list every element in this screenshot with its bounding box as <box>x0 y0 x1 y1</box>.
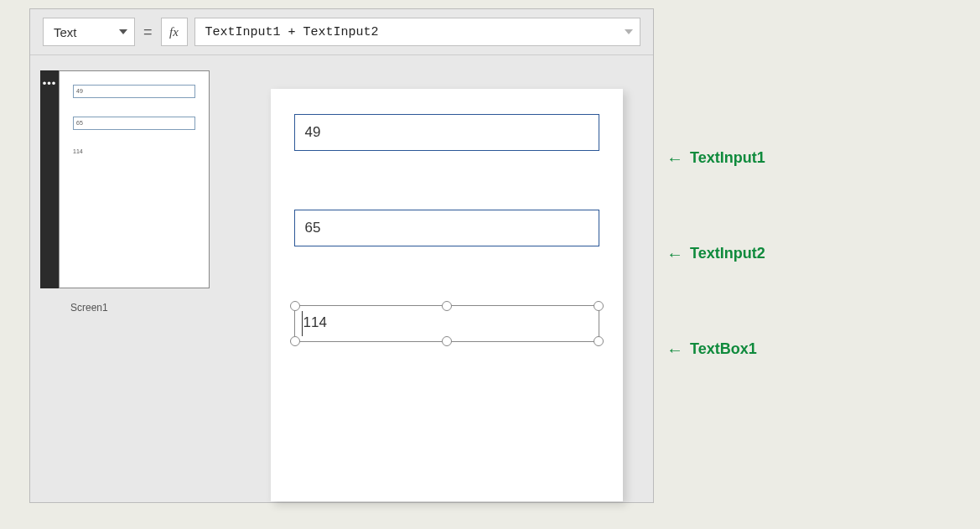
formula-input[interactable]: TextInput1 + TextInput2 <box>194 18 640 46</box>
arrow-left-icon: ← <box>666 341 683 358</box>
resize-handle-bottom-right[interactable] <box>594 336 604 346</box>
fx-label: fx <box>169 25 179 39</box>
annotation-textbox1: ← TextBox1 <box>666 340 757 358</box>
textbox1-control-selected[interactable]: 114 <box>294 305 599 342</box>
annotation-textinput1: ← TextInput1 <box>666 149 765 167</box>
formula-bar: Text = fx TextInput1 + TextInput2 <box>30 9 653 55</box>
thumb-result: 114 <box>73 148 195 154</box>
textbox1-value: 114 <box>303 314 327 331</box>
canvas-wrap: 49 65 114 <box>240 55 653 501</box>
app-window: Text = fx TextInput1 + TextInput2 ••• 49… <box>29 8 654 503</box>
resize-handle-bottom-center[interactable] <box>442 336 452 346</box>
textinput2-control[interactable]: 65 <box>294 210 599 246</box>
resize-handle-top-center[interactable] <box>442 301 452 311</box>
annotation-label-2: TextInput2 <box>690 245 765 262</box>
annotations: ← TextInput1 ← TextInput2 ← TextBox1 <box>666 0 968 529</box>
screen-name-label: Screen1 <box>70 302 230 314</box>
textinput1-control[interactable]: 49 <box>294 114 599 151</box>
screen-thumbnail[interactable]: 49 65 114 <box>59 70 210 288</box>
annotation-label-1: TextInput1 <box>690 149 765 167</box>
annotation-label-3: TextBox1 <box>690 340 757 358</box>
resize-handle-top-left[interactable] <box>290 301 300 311</box>
textinput2-value: 65 <box>305 220 321 236</box>
property-dropdown-label: Text <box>54 25 77 39</box>
arrow-left-icon: ← <box>666 150 683 167</box>
screen-thumb-tab[interactable]: ••• <box>40 70 59 288</box>
property-dropdown[interactable]: Text <box>43 18 135 46</box>
formula-expression: TextInput1 + TextInput2 <box>205 25 379 39</box>
chevron-down-icon <box>119 29 127 34</box>
arrow-left-icon: ← <box>666 246 683 262</box>
thumb-input-1: 49 <box>73 85 195 98</box>
screen-thumbnail-wrap: ••• 49 65 114 <box>40 70 230 288</box>
equals-sign: = <box>142 23 154 41</box>
resize-handle-top-right[interactable] <box>594 301 604 311</box>
textinput1-value: 49 <box>305 124 321 141</box>
fx-button[interactable]: fx <box>161 18 188 46</box>
more-icon: ••• <box>43 77 57 90</box>
design-canvas[interactable]: 49 65 114 <box>271 89 623 501</box>
annotation-textinput2: ← TextInput2 <box>666 245 765 262</box>
editor-area: ••• 49 65 114 Screen1 49 65 <box>30 55 653 501</box>
screens-panel: ••• 49 65 114 Screen1 <box>30 55 240 501</box>
chevron-down-icon <box>625 29 633 34</box>
resize-handle-bottom-left[interactable] <box>290 336 300 346</box>
text-cursor <box>302 311 303 336</box>
thumb-input-2: 65 <box>73 117 195 130</box>
